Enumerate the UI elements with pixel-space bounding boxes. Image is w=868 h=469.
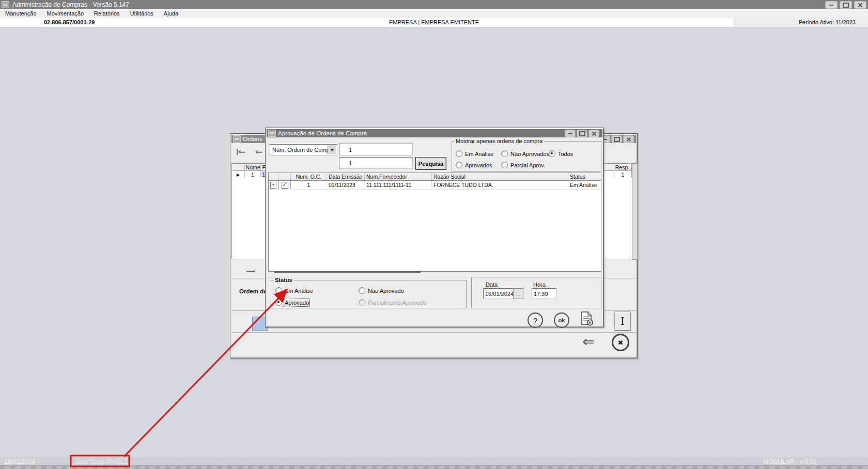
status-groupbox: Status Em Análise Não Aprovado Aprovado … [271, 277, 467, 308]
radio-status-em-analise[interactable]: Em Análise [275, 287, 313, 294]
col-num-oc: Num. O.C. [291, 173, 327, 180]
minimize-icon[interactable] [825, 1, 838, 9]
app-title: Administração de Compras - Versão 5.147 [12, 1, 129, 8]
radio-status-aprovado[interactable]: Aprovado [275, 299, 309, 306]
close-icon[interactable] [623, 135, 634, 143]
app-titlebar: cc Administração de Compras - Versão 5.1… [0, 0, 868, 9]
desktop: cc Administração de Compras - Versão 5.1… [0, 0, 868, 469]
col-razao-social: Razão Social [432, 173, 568, 180]
datetime-groupbox: Data 16/01/2024 ... Hora 17:39 [471, 277, 601, 308]
ordem-de-label: Ordem de [239, 288, 267, 294]
radio-selected-icon [549, 150, 555, 157]
radio-filter-todos[interactable]: Todos [549, 150, 573, 157]
statusbar-date: 16/01/2024 [4, 458, 35, 465]
nav-previous-button[interactable]: ⇐ [255, 147, 262, 156]
close-icon[interactable] [854, 1, 866, 9]
statusbar-version: MODULAR - v.5.02 [764, 458, 816, 465]
orders-col-resp: Resp. A [614, 164, 631, 170]
discard-document-button[interactable] [580, 311, 594, 327]
nav-first-button[interactable]: ⇐ [237, 147, 245, 156]
search-field-select[interactable]: Núm. Ordem de Compra [270, 144, 337, 155]
filter-group-title: Mostrar apenas ordens de compra [454, 138, 544, 144]
radio-filter-em-analise[interactable]: Em Análise [456, 150, 493, 157]
radio-filter-aprovados[interactable]: Aprovados [456, 162, 492, 168]
hora-input[interactable]: 17:39 [532, 288, 556, 299]
exit-x-icon: ✖ [618, 339, 624, 347]
approval-dialog: cc Aprovação de Ordens de Compra Núm. Or… [265, 128, 604, 327]
filter-groupbox: Mostrar apenas ordens de compra Em Análi… [452, 138, 601, 171]
italic-info-button[interactable]: I [615, 312, 630, 331]
first-record-icon [237, 149, 238, 155]
restore-icon[interactable] [840, 1, 852, 9]
search-value-input-bottom[interactable]: 1 [339, 157, 413, 169]
radio-filter-nao-aprovados[interactable]: Não Aprovados [501, 150, 549, 157]
status-group-title: Status [273, 277, 294, 283]
statusbar-edge [0, 465, 868, 469]
horizontal-scrollbar[interactable] [246, 271, 255, 272]
maximize-icon[interactable] [577, 130, 587, 137]
discard-document-icon [580, 311, 594, 326]
cell-num-fornecedor: 11.111.111/1111-11 [365, 181, 432, 189]
col-num-fornecedor: Num.Fornecedor [365, 173, 432, 180]
radio-icon [359, 287, 365, 294]
help-button[interactable]: ? [528, 312, 543, 328]
active-period: Período Ativo: 11/2023 [799, 19, 856, 25]
menu-movimentacao[interactable]: Movimentação [42, 9, 89, 18]
cell-status: Em Análise [568, 181, 600, 189]
close-icon[interactable] [588, 130, 599, 137]
restore-icon[interactable] [611, 135, 622, 143]
radio-icon [275, 287, 282, 294]
orders-col-numero: Número [245, 164, 261, 170]
vertical-scrollbar[interactable] [632, 163, 638, 260]
data-input[interactable]: 16/01/2024 [483, 288, 514, 299]
pesquisa-button[interactable]: Pesquisa [415, 157, 446, 170]
orders-grid-body-left [231, 177, 268, 259]
dialog-title: Aprovação de Ordens de Compra [278, 130, 367, 136]
radio-filter-parcial-aprov[interactable]: Parcial Aprov. [501, 162, 545, 168]
search-value-top: 1 [339, 147, 352, 153]
approval-grid: Num. O.C. Data Emissão Num.Fornecedor Ra… [268, 173, 601, 272]
table-row[interactable]: + ✓ 1 01/11/2023 11.111.111/1111-11 FORN… [269, 181, 601, 190]
row-checkbox[interactable]: ✓ [282, 182, 288, 189]
menu-utilitarios[interactable]: Utilitários [125, 9, 159, 18]
statusbar-greeting: Boa Tarde NIVEL1 [76, 458, 128, 465]
radio-disabled-icon [359, 299, 365, 306]
window-icon: cc [233, 135, 241, 143]
company-header: EMPRESA | EMPRESA EMITENTE [0, 19, 868, 25]
expand-row-icon[interactable]: + [270, 182, 276, 189]
cell-razao-social: FORNECE TUDO LTDA. [432, 181, 568, 189]
exit-button[interactable]: ✖ [612, 334, 629, 351]
first-record-arrow-icon: ⇐ [238, 147, 245, 156]
grid-horizontal-scrollbar[interactable] [274, 271, 421, 273]
menubar: Manutenção Movimentação Relatórios Utili… [0, 9, 868, 19]
search-value-bottom: 1 [339, 160, 352, 166]
chevron-down-icon[interactable] [328, 145, 336, 154]
radio-selected-icon [275, 299, 282, 306]
search-value-input-top[interactable]: 1 [339, 144, 413, 155]
radio-icon [501, 150, 508, 157]
date-picker-button[interactable]: ... [513, 288, 523, 299]
menu-manutencao[interactable]: Manutenção [0, 9, 42, 18]
minimize-icon[interactable] [565, 130, 576, 137]
menu-ajuda[interactable]: Ajuda [159, 9, 183, 18]
approval-grid-header: Num. O.C. Data Emissão Num.Fornecedor Ra… [269, 173, 601, 181]
data-label: Data [486, 282, 498, 288]
col-status: Status [568, 173, 600, 180]
ok-button[interactable]: ok [554, 312, 569, 328]
search-field-select-value: Núm. Ordem de Compra [270, 147, 334, 153]
back-arrow-icon[interactable]: ⇐ [582, 333, 594, 350]
statusbar: 16/01/2024 Boa Tarde NIVEL1 MODULAR - v.… [0, 457, 868, 465]
radio-status-parcialmente-aprovado: Parcialmente Aprovado [359, 299, 427, 306]
window-icon: cc [268, 130, 276, 137]
hora-label: Hora [533, 282, 546, 288]
radio-icon [456, 150, 462, 157]
dialog-titlebar[interactable]: cc Aprovação de Ordens de Compra [267, 129, 602, 137]
check-icon: ✓ [283, 182, 287, 187]
cell-data-emissao: 01/11/2023 [327, 181, 365, 189]
radio-icon [501, 162, 508, 168]
radio-icon [456, 162, 462, 168]
orders-grid-header: Número F [231, 163, 267, 171]
menu-relatorios[interactable]: Relatórios [89, 9, 125, 18]
radio-status-nao-aprovado[interactable]: Não Aprovado [359, 287, 404, 294]
orders-window-title: Ordens [243, 136, 262, 142]
